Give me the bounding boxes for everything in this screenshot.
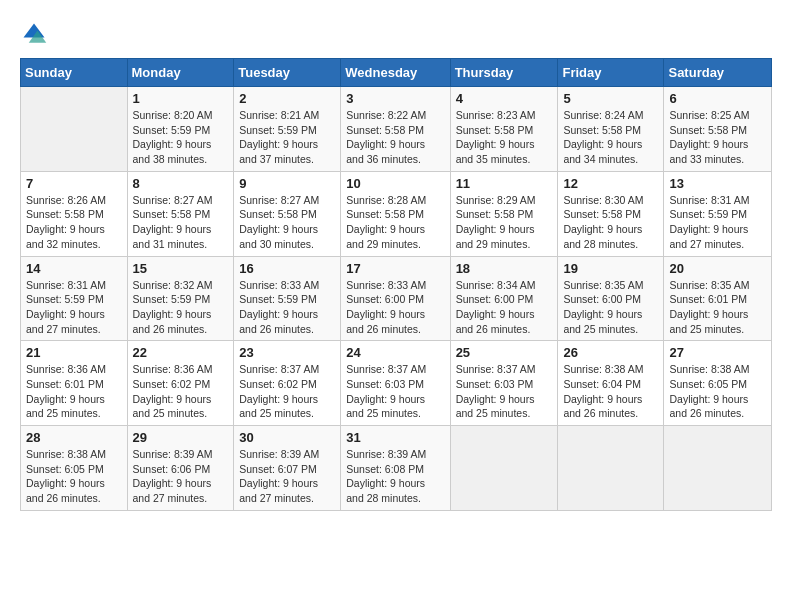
day-number: 16 <box>239 261 335 276</box>
day-number: 15 <box>133 261 229 276</box>
weekday-header: Friday <box>558 59 664 87</box>
calendar-cell: 14Sunrise: 8:31 AMSunset: 5:59 PMDayligh… <box>21 256 128 341</box>
day-info: Sunrise: 8:32 AMSunset: 5:59 PMDaylight:… <box>133 278 229 337</box>
day-info: Sunrise: 8:38 AMSunset: 6:05 PMDaylight:… <box>669 362 766 421</box>
day-info: Sunrise: 8:36 AMSunset: 6:01 PMDaylight:… <box>26 362 122 421</box>
day-info: Sunrise: 8:22 AMSunset: 5:58 PMDaylight:… <box>346 108 444 167</box>
calendar-cell: 21Sunrise: 8:36 AMSunset: 6:01 PMDayligh… <box>21 341 128 426</box>
calendar-week-row: 21Sunrise: 8:36 AMSunset: 6:01 PMDayligh… <box>21 341 772 426</box>
calendar-week-row: 7Sunrise: 8:26 AMSunset: 5:58 PMDaylight… <box>21 171 772 256</box>
day-info: Sunrise: 8:35 AMSunset: 6:00 PMDaylight:… <box>563 278 658 337</box>
day-number: 6 <box>669 91 766 106</box>
calendar-cell: 19Sunrise: 8:35 AMSunset: 6:00 PMDayligh… <box>558 256 664 341</box>
day-number: 26 <box>563 345 658 360</box>
day-number: 10 <box>346 176 444 191</box>
day-number: 28 <box>26 430 122 445</box>
day-number: 24 <box>346 345 444 360</box>
calendar-cell: 17Sunrise: 8:33 AMSunset: 6:00 PMDayligh… <box>341 256 450 341</box>
day-number: 9 <box>239 176 335 191</box>
day-info: Sunrise: 8:33 AMSunset: 5:59 PMDaylight:… <box>239 278 335 337</box>
weekday-header: Sunday <box>21 59 128 87</box>
day-number: 31 <box>346 430 444 445</box>
day-info: Sunrise: 8:31 AMSunset: 5:59 PMDaylight:… <box>669 193 766 252</box>
day-info: Sunrise: 8:37 AMSunset: 6:02 PMDaylight:… <box>239 362 335 421</box>
weekday-header: Wednesday <box>341 59 450 87</box>
day-info: Sunrise: 8:31 AMSunset: 5:59 PMDaylight:… <box>26 278 122 337</box>
calendar-cell: 7Sunrise: 8:26 AMSunset: 5:58 PMDaylight… <box>21 171 128 256</box>
day-number: 29 <box>133 430 229 445</box>
logo <box>20 20 52 48</box>
day-number: 30 <box>239 430 335 445</box>
day-info: Sunrise: 8:23 AMSunset: 5:58 PMDaylight:… <box>456 108 553 167</box>
day-number: 1 <box>133 91 229 106</box>
day-info: Sunrise: 8:38 AMSunset: 6:05 PMDaylight:… <box>26 447 122 506</box>
day-number: 14 <box>26 261 122 276</box>
calendar-cell: 20Sunrise: 8:35 AMSunset: 6:01 PMDayligh… <box>664 256 772 341</box>
calendar-cell <box>450 426 558 511</box>
day-number: 18 <box>456 261 553 276</box>
calendar-cell: 2Sunrise: 8:21 AMSunset: 5:59 PMDaylight… <box>234 87 341 172</box>
day-info: Sunrise: 8:28 AMSunset: 5:58 PMDaylight:… <box>346 193 444 252</box>
day-info: Sunrise: 8:38 AMSunset: 6:04 PMDaylight:… <box>563 362 658 421</box>
day-number: 5 <box>563 91 658 106</box>
day-number: 27 <box>669 345 766 360</box>
day-info: Sunrise: 8:21 AMSunset: 5:59 PMDaylight:… <box>239 108 335 167</box>
calendar-cell: 8Sunrise: 8:27 AMSunset: 5:58 PMDaylight… <box>127 171 234 256</box>
day-number: 8 <box>133 176 229 191</box>
calendar-cell: 31Sunrise: 8:39 AMSunset: 6:08 PMDayligh… <box>341 426 450 511</box>
weekday-header: Monday <box>127 59 234 87</box>
day-info: Sunrise: 8:25 AMSunset: 5:58 PMDaylight:… <box>669 108 766 167</box>
weekday-header: Thursday <box>450 59 558 87</box>
day-info: Sunrise: 8:35 AMSunset: 6:01 PMDaylight:… <box>669 278 766 337</box>
calendar-cell: 10Sunrise: 8:28 AMSunset: 5:58 PMDayligh… <box>341 171 450 256</box>
day-number: 13 <box>669 176 766 191</box>
calendar-cell: 22Sunrise: 8:36 AMSunset: 6:02 PMDayligh… <box>127 341 234 426</box>
calendar-week-row: 14Sunrise: 8:31 AMSunset: 5:59 PMDayligh… <box>21 256 772 341</box>
weekday-header: Tuesday <box>234 59 341 87</box>
calendar-cell: 25Sunrise: 8:37 AMSunset: 6:03 PMDayligh… <box>450 341 558 426</box>
calendar-week-row: 28Sunrise: 8:38 AMSunset: 6:05 PMDayligh… <box>21 426 772 511</box>
calendar-cell <box>21 87 128 172</box>
calendar-cell: 26Sunrise: 8:38 AMSunset: 6:04 PMDayligh… <box>558 341 664 426</box>
day-number: 17 <box>346 261 444 276</box>
calendar-week-row: 1Sunrise: 8:20 AMSunset: 5:59 PMDaylight… <box>21 87 772 172</box>
calendar-cell: 15Sunrise: 8:32 AMSunset: 5:59 PMDayligh… <box>127 256 234 341</box>
day-info: Sunrise: 8:27 AMSunset: 5:58 PMDaylight:… <box>239 193 335 252</box>
day-info: Sunrise: 8:36 AMSunset: 6:02 PMDaylight:… <box>133 362 229 421</box>
calendar-cell: 13Sunrise: 8:31 AMSunset: 5:59 PMDayligh… <box>664 171 772 256</box>
calendar-table: SundayMondayTuesdayWednesdayThursdayFrid… <box>20 58 772 511</box>
day-number: 22 <box>133 345 229 360</box>
day-info: Sunrise: 8:33 AMSunset: 6:00 PMDaylight:… <box>346 278 444 337</box>
calendar-cell: 5Sunrise: 8:24 AMSunset: 5:58 PMDaylight… <box>558 87 664 172</box>
day-info: Sunrise: 8:39 AMSunset: 6:08 PMDaylight:… <box>346 447 444 506</box>
day-number: 4 <box>456 91 553 106</box>
calendar-cell: 4Sunrise: 8:23 AMSunset: 5:58 PMDaylight… <box>450 87 558 172</box>
day-info: Sunrise: 8:26 AMSunset: 5:58 PMDaylight:… <box>26 193 122 252</box>
day-info: Sunrise: 8:27 AMSunset: 5:58 PMDaylight:… <box>133 193 229 252</box>
calendar-cell: 27Sunrise: 8:38 AMSunset: 6:05 PMDayligh… <box>664 341 772 426</box>
calendar-body: 1Sunrise: 8:20 AMSunset: 5:59 PMDaylight… <box>21 87 772 511</box>
calendar-cell: 16Sunrise: 8:33 AMSunset: 5:59 PMDayligh… <box>234 256 341 341</box>
calendar-cell: 12Sunrise: 8:30 AMSunset: 5:58 PMDayligh… <box>558 171 664 256</box>
day-number: 2 <box>239 91 335 106</box>
page-header <box>20 20 772 48</box>
day-info: Sunrise: 8:39 AMSunset: 6:06 PMDaylight:… <box>133 447 229 506</box>
day-number: 12 <box>563 176 658 191</box>
day-number: 25 <box>456 345 553 360</box>
day-number: 3 <box>346 91 444 106</box>
day-info: Sunrise: 8:30 AMSunset: 5:58 PMDaylight:… <box>563 193 658 252</box>
day-info: Sunrise: 8:37 AMSunset: 6:03 PMDaylight:… <box>456 362 553 421</box>
calendar-header-row: SundayMondayTuesdayWednesdayThursdayFrid… <box>21 59 772 87</box>
day-info: Sunrise: 8:24 AMSunset: 5:58 PMDaylight:… <box>563 108 658 167</box>
calendar-cell: 23Sunrise: 8:37 AMSunset: 6:02 PMDayligh… <box>234 341 341 426</box>
calendar-cell: 11Sunrise: 8:29 AMSunset: 5:58 PMDayligh… <box>450 171 558 256</box>
calendar-cell: 18Sunrise: 8:34 AMSunset: 6:00 PMDayligh… <box>450 256 558 341</box>
calendar-cell: 9Sunrise: 8:27 AMSunset: 5:58 PMDaylight… <box>234 171 341 256</box>
day-number: 21 <box>26 345 122 360</box>
calendar-cell: 28Sunrise: 8:38 AMSunset: 6:05 PMDayligh… <box>21 426 128 511</box>
day-info: Sunrise: 8:34 AMSunset: 6:00 PMDaylight:… <box>456 278 553 337</box>
day-number: 23 <box>239 345 335 360</box>
day-info: Sunrise: 8:20 AMSunset: 5:59 PMDaylight:… <box>133 108 229 167</box>
weekday-header: Saturday <box>664 59 772 87</box>
calendar-cell: 29Sunrise: 8:39 AMSunset: 6:06 PMDayligh… <box>127 426 234 511</box>
